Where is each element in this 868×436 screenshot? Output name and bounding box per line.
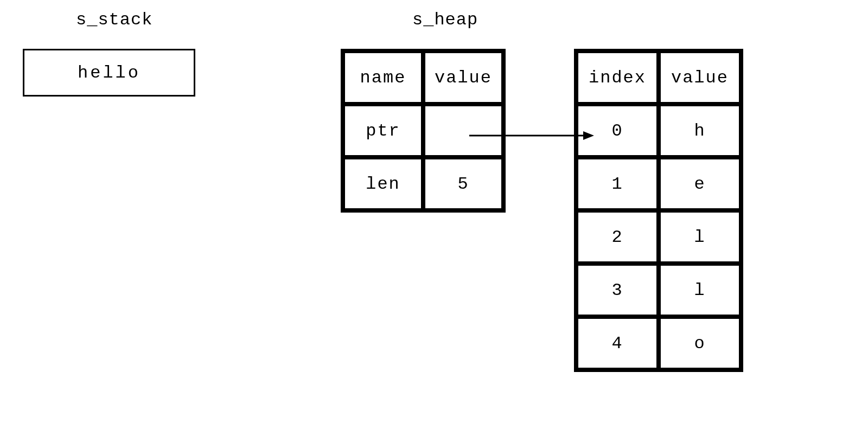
svg-marker-1 <box>583 131 594 140</box>
stack-label: s_stack <box>76 10 152 30</box>
heap-struct-row-name: ptr <box>343 105 423 157</box>
heap-struct-header-name: name <box>343 52 423 104</box>
table-row: index value <box>577 52 741 104</box>
table-row: 4 o <box>577 317 741 369</box>
heap-buffer-table: index value 0 h 1 e 2 l 3 l 4 o <box>574 49 743 372</box>
heap-struct-row-name: len <box>343 158 423 210</box>
table-row: 1 e <box>577 158 741 210</box>
heap-struct-row-value: 5 <box>424 158 503 210</box>
heap-buffer-row-value: e <box>659 158 741 210</box>
table-row: len 5 <box>343 158 503 210</box>
heap-label: s_heap <box>412 10 478 30</box>
pointer-arrow-icon <box>469 125 594 146</box>
table-row: name value <box>343 52 503 104</box>
heap-buffer-row-index: 2 <box>577 211 658 263</box>
heap-buffer-row-value: l <box>659 211 741 263</box>
stack-value: hello <box>78 63 141 83</box>
table-row: 2 l <box>577 211 741 263</box>
stack-box: hello <box>23 49 195 97</box>
heap-buffer-row-index: 3 <box>577 264 658 316</box>
heap-buffer-row-index: 4 <box>577 317 658 369</box>
heap-buffer-row-value: l <box>659 264 741 316</box>
heap-buffer-row-value: o <box>659 317 741 369</box>
table-row: 3 l <box>577 264 741 316</box>
heap-struct-header-value: value <box>424 52 503 104</box>
heap-buffer-row-index: 1 <box>577 158 658 210</box>
heap-buffer-row-value: h <box>659 105 741 157</box>
heap-buffer-header-index: index <box>577 52 658 104</box>
heap-buffer-header-value: value <box>659 52 741 104</box>
table-row: 0 h <box>577 105 741 157</box>
